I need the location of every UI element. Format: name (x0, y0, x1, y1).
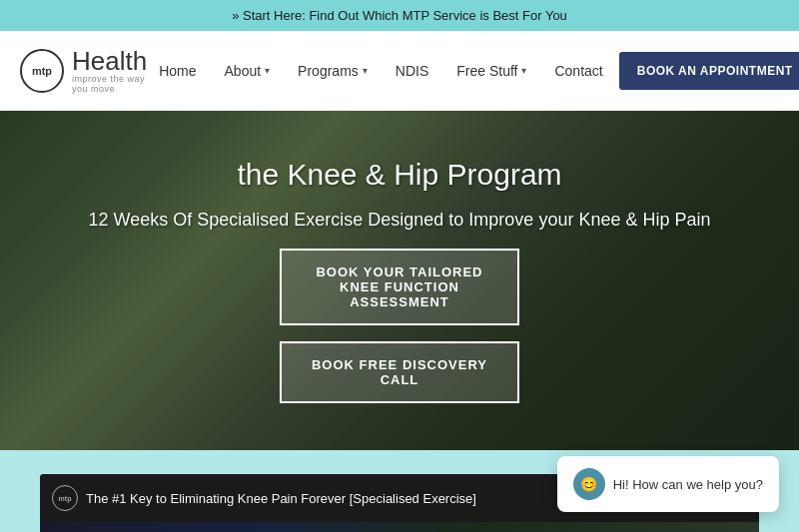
hero-section: the Knee & Hip Program 12 Weeks Of Speci… (0, 111, 799, 450)
video-thumbnail[interactable] (40, 522, 759, 532)
nav-about[interactable]: About ▾ (213, 55, 283, 87)
logo[interactable]: mtp Health improve the way you move (20, 48, 147, 94)
header: mtp Health improve the way you move Home… (0, 31, 799, 111)
nav-ndis[interactable]: NDIS (384, 55, 440, 87)
nav-programs[interactable]: Programs ▾ (286, 55, 380, 87)
chat-avatar: 😊 (573, 468, 605, 500)
video-bg (40, 522, 759, 532)
programs-dropdown-icon: ▾ (363, 65, 368, 76)
logo-text: Health improve the way you move (72, 48, 147, 94)
book-appointment-button[interactable]: BOOK AN APPOINTMENT (619, 52, 799, 90)
nav-free-stuff[interactable]: Free Stuff ▾ (444, 55, 538, 87)
logo-health-label: Health (72, 48, 147, 74)
book-discovery-call-button[interactable]: BOOK FREE DISCOVERY CALL (280, 341, 519, 403)
video-logo: mtp (52, 485, 78, 511)
nav-contact[interactable]: Contact (542, 55, 614, 87)
about-dropdown-icon: ▾ (265, 65, 270, 76)
free-stuff-dropdown-icon: ▾ (521, 65, 526, 76)
top-banner[interactable]: » Start Here: Find Out Which MTP Service… (0, 0, 799, 31)
top-banner-text: » Start Here: Find Out Which MTP Service… (232, 8, 567, 23)
chat-message: Hi! How can we help you? (613, 477, 763, 492)
logo-initials: mtp (32, 65, 52, 77)
logo-circle: mtp (20, 49, 64, 93)
chat-widget[interactable]: 😊 Hi! How can we help you? (557, 456, 779, 512)
nav-home[interactable]: Home (147, 55, 208, 87)
hero-content: the Knee & Hip Program 12 Weeks Of Speci… (69, 138, 731, 423)
hero-title: the Knee & Hip Program (237, 158, 561, 192)
hero-subtitle: 12 Weeks Of Specialised Exercise Designe… (89, 208, 711, 233)
logo-tagline: improve the way you move (72, 74, 147, 94)
book-assessment-button[interactable]: BOOK YOUR TAILORED KNEE FUNCTION ASSESSM… (280, 249, 519, 325)
main-nav: Home About ▾ Programs ▾ NDIS Free Stuff … (147, 52, 799, 90)
